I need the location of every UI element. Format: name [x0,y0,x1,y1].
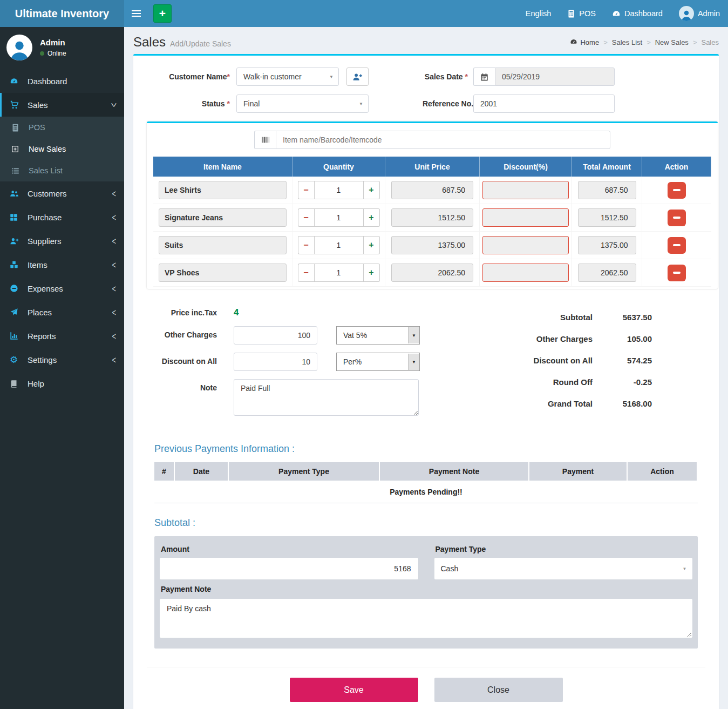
paper-plane-icon [10,308,22,316]
minus-icon [673,189,681,191]
item-name-input [159,208,287,227]
other-charges-input[interactable] [234,326,317,345]
previous-payments-heading: Previous Payments Information : [154,443,698,455]
sidebar-user-panel: Admin Online [0,27,124,69]
online-dot-icon [40,51,44,56]
col-header-total: Total Amount [572,157,642,177]
discount-type-select[interactable]: Per%▼ [336,353,420,371]
col-header-item-name: Item Name [153,157,292,177]
sidebar-subitem-pos[interactable]: POS [0,117,124,138]
close-button[interactable]: Close [434,678,563,702]
payment-type-select[interactable]: Cash▼ [434,558,692,579]
pay-col-number: # [154,462,175,482]
qty-increase-button[interactable]: + [364,181,380,199]
col-header-unit-price: Unit Price [385,157,480,177]
breadcrumb-home[interactable]: Home [570,38,599,47]
user-plus-icon [10,237,22,246]
sidebar-item-purchase[interactable]: Purchase < [0,205,124,229]
sidebar-item-items[interactable]: Items < [0,253,124,276]
qty-decrease-button[interactable]: − [298,208,314,227]
breadcrumb-sales-list[interactable]: Sales List [612,38,642,46]
amount-input[interactable] [160,558,418,579]
remove-item-button[interactable] [668,265,686,281]
discount-input[interactable] [482,181,569,199]
discount-on-all-input[interactable] [234,353,317,371]
status-select[interactable]: Final▼ [236,94,369,113]
nav-dashboard[interactable]: Dashboard [612,9,663,18]
chevron-left-icon: < [112,330,116,342]
status-label: Status * [147,99,236,108]
price-inc-tax-value: 4 [234,304,239,318]
total-amount-input [578,208,636,227]
sidebar-item-dashboard[interactable]: Dashboard [0,69,124,93]
home-icon [570,38,577,47]
sidebar-item-settings[interactable]: ⚙ Settings < [0,348,124,372]
note-textarea[interactable]: Paid Full [234,379,419,416]
bar-chart-icon [10,332,22,340]
other-charges-total-value: 105.00 [593,334,652,343]
qty-decrease-button[interactable]: − [298,264,314,282]
qty-input[interactable] [314,181,364,199]
breadcrumb-new-sales[interactable]: New Sales [655,38,689,46]
user-name-label: Admin [698,9,720,18]
items-panel: Item Name Quantity Unit Price Discount(%… [147,121,718,289]
reference-input[interactable] [473,94,615,113]
qty-input[interactable] [314,236,364,254]
remove-item-button[interactable] [668,237,686,254]
sidebar-item-reports[interactable]: Reports < [0,324,124,348]
sidebar-item-places[interactable]: Places < [0,300,124,324]
sidebar-item-expenses[interactable]: Expenses < [0,276,124,300]
user-menu[interactable]: Admin [679,6,720,21]
col-header-action: Action [642,157,711,177]
note-label: Note [147,379,217,392]
select-arrow-icon: ▼ [683,566,687,571]
sidebar-item-sales[interactable]: Sales < [0,93,124,117]
qty-increase-button[interactable]: + [364,264,380,282]
nav-pos[interactable]: POS [567,9,596,18]
item-name-input [159,236,287,254]
minus-circle-icon [10,284,22,293]
dashboard-icon [10,77,22,85]
quick-add-button[interactable]: + [153,4,172,23]
sidebar-user-name: Admin [40,38,66,47]
sales-date-label: Sales Date * [423,72,473,81]
discount-input[interactable] [482,236,569,254]
item-search-input[interactable] [276,131,610,149]
add-customer-button[interactable] [346,67,369,86]
subtotal-label: Subtotal [484,313,593,322]
sidebar-toggle-icon[interactable] [132,0,147,27]
sidebar-subitem-sales-list[interactable]: Sales List [0,160,124,181]
qty-increase-button[interactable]: + [364,208,380,227]
pay-col-type: Payment Type [229,462,380,482]
sidebar-item-customers[interactable]: Customers < [0,181,124,205]
page-subtitle: Add/Update Sales [170,39,231,48]
minus-icon [673,244,681,246]
remove-item-button[interactable] [668,210,686,226]
other-charges-type-select[interactable]: Vat 5%▼ [336,326,420,345]
sidebar-item-suppliers[interactable]: Suppliers < [0,229,124,253]
pay-col-note: Payment Note [380,462,529,482]
qty-increase-button[interactable]: + [364,236,380,254]
sidebar-subitem-new-sales[interactable]: New Sales [0,138,124,160]
qty-input[interactable] [314,208,364,227]
save-button[interactable]: Save [290,678,418,702]
payment-note-textarea[interactable]: Paid By cash [160,599,692,638]
payment-note-label: Payment Note [161,585,692,593]
qty-decrease-button[interactable]: − [298,236,314,254]
users-icon [10,189,22,198]
chevron-left-icon: < [112,212,116,223]
language-menu[interactable]: English [526,9,552,18]
content-header: SalesAdd/Update Sales Home > Sales List … [124,27,728,54]
discount-input[interactable] [482,208,569,227]
remove-item-button[interactable] [668,182,686,199]
sales-date-input[interactable] [495,67,615,86]
qty-decrease-button[interactable]: − [298,181,314,199]
sidebar-item-help[interactable]: Help [0,372,124,395]
payment-form-panel: Amount Payment Type Cash▼ Payment Note P… [154,536,698,649]
qty-input[interactable] [314,264,364,282]
discount-input[interactable] [482,264,569,282]
customer-select[interactable]: Walk-in customer▼ [236,67,339,86]
top-navbar: Ultimate Inventory + English POS Dashboa… [0,0,728,27]
brand-logo[interactable]: Ultimate Inventory [0,0,124,27]
total-amount-input [578,236,636,254]
